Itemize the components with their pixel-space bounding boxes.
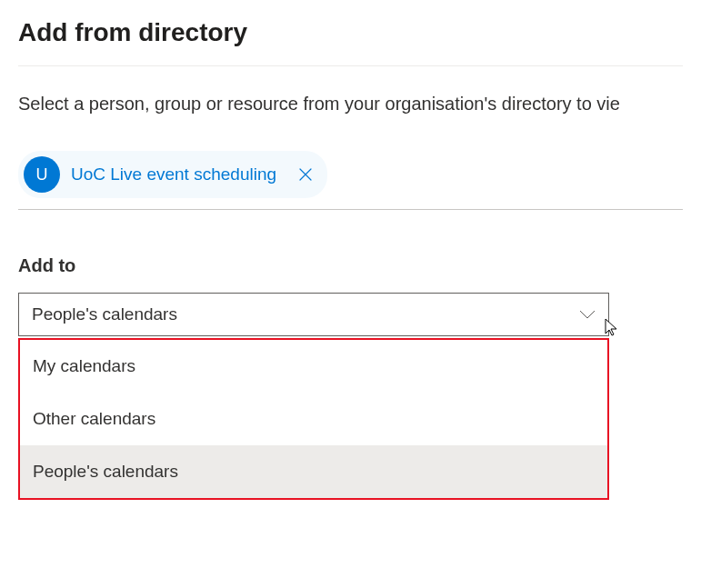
chip-remove-button[interactable] [295, 164, 316, 185]
avatar: U [24, 156, 60, 193]
dropdown-option-peoples-calendars[interactable]: People's calendars [20, 445, 607, 498]
selected-person-row: U UoC Live event scheduling [18, 151, 683, 198]
header-divider [18, 65, 683, 66]
chip-label: UoC Live event scheduling [71, 164, 276, 184]
close-icon [298, 167, 313, 182]
add-to-dropdown-wrapper: People's calendars [18, 293, 609, 336]
add-to-dropdown-list: My calendars Other calendars People's ca… [18, 338, 609, 500]
add-to-label: Add to [18, 255, 683, 276]
person-chip[interactable]: U UoC Live event scheduling [18, 151, 327, 198]
page-title: Add from directory [18, 18, 683, 47]
instruction-text: Select a person, group or resource from … [18, 94, 683, 115]
dropdown-option-my-calendars[interactable]: My calendars [20, 340, 607, 393]
chip-underline [18, 209, 683, 210]
add-to-dropdown[interactable]: People's calendars [18, 293, 609, 336]
dropdown-selected-value: People's calendars [32, 304, 177, 324]
dropdown-option-other-calendars[interactable]: Other calendars [20, 393, 607, 445]
chevron-down-icon [579, 309, 596, 320]
